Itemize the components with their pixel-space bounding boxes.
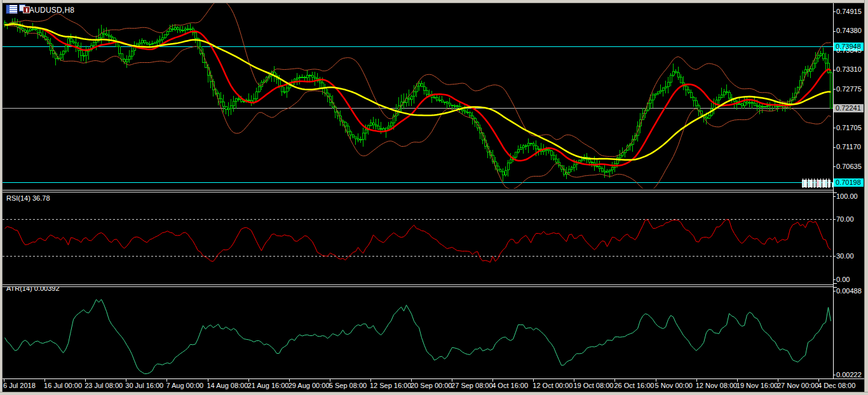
- candle-body: [410, 96, 412, 99]
- candle-body: [660, 90, 661, 92]
- candle-body: [469, 113, 471, 116]
- candle-body: [62, 51, 64, 54]
- candle-body: [726, 92, 728, 93]
- candle-body: [306, 76, 308, 78]
- candle-body: [652, 95, 654, 100]
- candle-body: [441, 100, 443, 102]
- candle-body: [438, 100, 440, 100]
- mini-bar: [811, 180, 813, 187]
- candle-body: [349, 131, 351, 135]
- candle-body: [606, 171, 608, 173]
- candle-body: [111, 37, 112, 38]
- candle-body: [672, 71, 674, 76]
- candle-body: [510, 159, 512, 163]
- candle-body: [517, 149, 519, 152]
- time-axis-drag-zone[interactable]: [3, 378, 833, 392]
- candle-body: [299, 77, 301, 78]
- candle-body: [685, 86, 687, 90]
- candle-body: [311, 76, 313, 77]
- candle-body: [499, 170, 501, 172]
- candle-body: [449, 104, 451, 105]
- mini-bar: [820, 180, 822, 187]
- candle-body: [515, 152, 517, 157]
- candle-body: [75, 43, 77, 46]
- grid-icon[interactable]: [6, 4, 18, 14]
- candle-body: [695, 100, 697, 105]
- candle-body: [408, 98, 410, 99]
- candle-body: [309, 76, 311, 76]
- candle-body: [433, 98, 435, 98]
- candle-body: [357, 139, 359, 140]
- candle-body: [83, 55, 85, 56]
- window-frame-bottom: [0, 392, 868, 395]
- mini-bar: [805, 180, 807, 187]
- candle-body: [355, 137, 356, 139]
- pane-splitter-rsi-atr[interactable]: [3, 283, 833, 287]
- bars-chart-icon[interactable]: [19, 4, 30, 13]
- candle-body: [761, 106, 763, 107]
- candle-body: [466, 112, 468, 113]
- candle-body: [182, 30, 184, 31]
- candle-body: [571, 168, 573, 169]
- candle-body: [611, 167, 613, 170]
- candle-body: [675, 71, 677, 73]
- candle-body: [759, 106, 761, 107]
- candle-body: [283, 91, 285, 92]
- candle-body: [255, 91, 257, 99]
- candle-body: [240, 99, 242, 102]
- candle-body: [27, 30, 29, 32]
- candle-body: [454, 105, 456, 106]
- candle-body: [179, 29, 181, 30]
- candle-body: [159, 40, 161, 41]
- candle-body: [233, 102, 234, 106]
- chart-canvas[interactable]: 0.749150.743800.738450.733100.727750.717…: [0, 0, 868, 395]
- candle-body: [352, 135, 354, 137]
- candle-body: [688, 90, 689, 93]
- candle-body: [380, 128, 382, 129]
- rsi-line: [5, 220, 831, 262]
- candle-body: [718, 98, 720, 100]
- candle-body: [169, 29, 171, 31]
- candle-body: [32, 29, 34, 30]
- candle-body: [749, 102, 750, 104]
- candle-body: [754, 104, 756, 105]
- candle-body: [522, 145, 524, 147]
- candle-body: [662, 88, 664, 91]
- candle-body: [530, 144, 532, 144]
- candle-body: [657, 92, 659, 94]
- candle-body: [93, 43, 95, 45]
- candle-body: [220, 99, 222, 102]
- candle-body: [238, 99, 240, 100]
- candle-body: [497, 166, 499, 170]
- candle-body: [172, 29, 173, 29]
- candle-body: [830, 72, 832, 108]
- candle-body: [766, 106, 768, 107]
- candle-body: [436, 98, 438, 100]
- candle-body: [548, 149, 550, 151]
- candle-body: [105, 34, 107, 35]
- candle-body: [294, 79, 295, 81]
- mini-bar: [813, 180, 815, 187]
- candle-body: [654, 94, 656, 95]
- mini-bar: [825, 180, 827, 187]
- candle-body: [37, 29, 39, 33]
- candle-body: [121, 53, 123, 59]
- candle-body: [146, 43, 148, 44]
- candle-body: [161, 38, 163, 40]
- rsi-pane: [3, 220, 833, 262]
- candle-body: [139, 43, 140, 44]
- candle-body: [451, 105, 453, 106]
- candles: [4, 18, 832, 182]
- candle-body: [601, 168, 603, 171]
- candle-body: [670, 76, 672, 83]
- candle-body: [708, 115, 710, 118]
- candle-body: [34, 29, 36, 30]
- candle-body: [507, 163, 509, 170]
- candle-body: [553, 156, 555, 159]
- pane-splitter-main-rsi[interactable]: [3, 189, 833, 192]
- candle-body: [281, 86, 283, 91]
- candle-body: [827, 63, 829, 72]
- price-axis-drag-zone[interactable]: [833, 3, 864, 378]
- bars-chart-icon-slit: [26, 8, 27, 12]
- atr-line: [5, 299, 831, 373]
